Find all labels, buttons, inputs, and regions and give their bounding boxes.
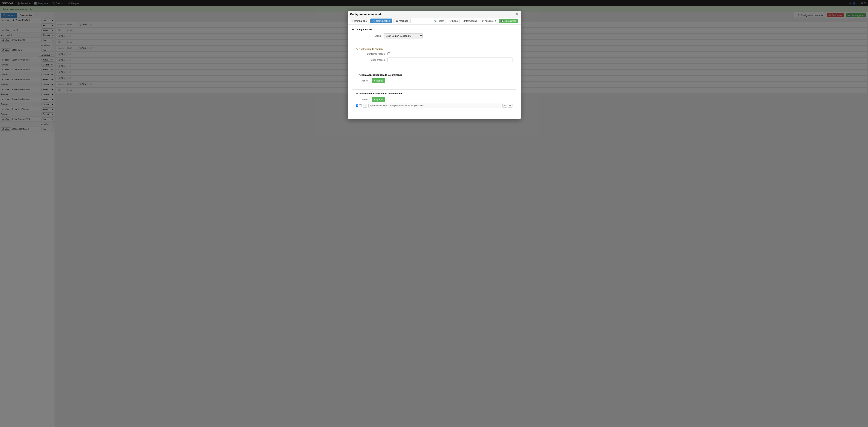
modal-top-btns: 📡 Tester 🔗 Liens ℹ Informations ⚙ Appliq… [432, 19, 518, 23]
modal-tab-informations[interactable]: ℹ Informations [350, 19, 369, 23]
save-icon-modal: 💾 [501, 20, 504, 22]
informations-btn[interactable]: ℹ Informations [461, 19, 479, 23]
item-check-1[interactable] [359, 104, 362, 107]
code-acces-label: Code d'accès [356, 59, 388, 61]
action-apres-label: Action [356, 98, 370, 101]
code-acces-control [388, 58, 513, 62]
confirmer-checkbox[interactable] [388, 53, 390, 55]
ajouter-avant-btn[interactable]: + Ajouter [372, 78, 385, 83]
warning-icon: ⚠ [356, 47, 358, 50]
info-icon-tab: ℹ [352, 20, 353, 22]
tester-modal-btn[interactable]: 📡 Tester [432, 19, 445, 23]
action-avant-row: Action + Ajouter [356, 78, 513, 83]
action-avant-label: Action [356, 79, 370, 82]
gear-icon: ⚙ [482, 20, 484, 22]
item-remove-btn-1[interactable]: ✕ [363, 104, 367, 108]
confirmer-control [388, 53, 513, 56]
item-text-1: #[Bureau chambre d amis][volet roulant b… [368, 104, 501, 108]
plus-icon-avant: + [374, 79, 375, 82]
item-copy-btn-1[interactable]: ⧉ [508, 104, 513, 108]
code-acces-row: Code d'accès [356, 58, 513, 62]
valeur-select[interactable]: Volet Bouton Descendre [384, 33, 423, 38]
arrow-right-icon-2: ↪ [356, 92, 358, 95]
modal-tab-configuration[interactable]: 🔧 Configuration [370, 19, 392, 23]
ajouter-apres-btn[interactable]: + Ajouter [372, 97, 385, 102]
info-icon: ℹ [463, 20, 464, 22]
action-avant-title: ↪ Action avant exécution de la commande [356, 73, 513, 76]
affichage-icon-tab: 🖥 [396, 20, 398, 22]
action-apres-row: Action + Ajouter [356, 97, 513, 102]
grid-icon: ⊞ [352, 28, 354, 31]
action-apres-title: ↪ Action après exécution de la commande [356, 92, 513, 95]
modal-close-btn[interactable]: × [516, 12, 518, 15]
tester-icon: 📡 [434, 20, 437, 22]
action-apres-section: ↪ Action après exécution de la commande … [352, 90, 516, 112]
modal-top-bar: ℹ Informations 🔧 Configuration 🖥 Afficha… [348, 18, 521, 25]
code-acces-input[interactable] [388, 58, 513, 62]
action-avant-section: ↪ Action avant exécution de la commande … [352, 71, 516, 86]
type-generique-title: ⊞ Type générique [352, 28, 516, 31]
liens-btn[interactable]: 🔗 Liens [447, 19, 460, 23]
link-icon: 🔗 [449, 20, 452, 22]
appliquer-btn[interactable]: ⚙ Appliquer à [480, 19, 498, 23]
restriction-section: ⚠ Restriction de l'action Confirmer l'ac… [352, 45, 516, 67]
confirmer-row: Confirmer l'action [356, 53, 513, 56]
modal-overlay: Configuration commande × ℹ Informations … [0, 0, 868, 427]
after-action-item-1: ✕ #[Bureau chambre d amis][volet roulant… [356, 104, 513, 108]
item-enabled-1[interactable] [356, 104, 358, 107]
arrow-right-icon: ↪ [356, 73, 358, 76]
modal-tab-affichage[interactable]: 🖥 Affichage [394, 19, 411, 23]
restriction-title: ⚠ Restriction de l'action [356, 47, 513, 50]
valeur-label: Valeur [352, 35, 384, 37]
after-action-items: ✕ #[Bureau chambre d amis][volet roulant… [356, 104, 513, 108]
modal: Configuration commande × ℹ Informations … [348, 10, 521, 119]
modal-header: Configuration commande × [348, 10, 521, 18]
enregistrer-btn[interactable]: 💾 Enregistrer [499, 19, 518, 23]
confirmer-label: Confirmer l'action [356, 53, 388, 55]
config-icon-tab: 🔧 [373, 20, 375, 22]
valeur-row: Valeur Volet Bouton Descendre [352, 33, 516, 38]
item-edit-btn-1[interactable]: ✏ [502, 104, 507, 108]
type-generique-section: ⊞ Type générique Valeur Volet Bouton Des… [352, 28, 516, 38]
plus-icon-apres: + [374, 98, 375, 101]
modal-title: Configuration commande [350, 12, 382, 15]
modal-body: ⊞ Type générique Valeur Volet Bouton Des… [348, 25, 521, 119]
